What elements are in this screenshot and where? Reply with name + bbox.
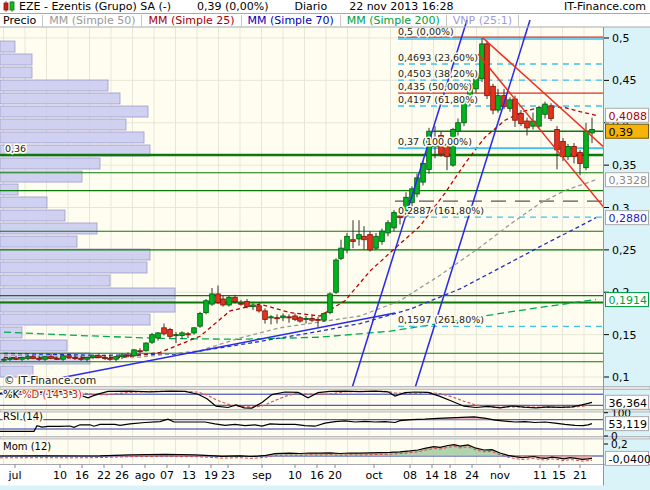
stochastic-value-marker: 36,364 (606, 395, 649, 410)
price-marker: 0,39 (606, 124, 649, 139)
date-label: 10 (53, 469, 67, 482)
charting-app-window: { "window": { "symbol": "EZE - Ezentis (… (0, 0, 650, 490)
candle (590, 130, 595, 133)
fib-label: 0,4197 (61,80%) (398, 94, 478, 105)
price-marker-text: 0,39 (609, 126, 634, 139)
panel-separator (0, 387, 650, 390)
candle (386, 223, 391, 233)
candle (304, 319, 309, 320)
chart-canvas[interactable]: 0,5 (0,00%)0,4693 (23,60%)0,4503 (38,20%… (0, 0, 650, 490)
candle (144, 343, 149, 351)
candle (334, 260, 339, 292)
candle (239, 303, 244, 304)
candle (328, 294, 333, 313)
candle (451, 130, 456, 166)
legend-item-mm-simple-50[interactable]: MM (Simple 50) (43, 15, 142, 27)
candle (210, 294, 215, 304)
candle (281, 316, 286, 318)
momentum-value-marker: -0,0400 (606, 451, 650, 466)
legend-item-mm-simple-200[interactable]: MM (Simple 200) (341, 15, 447, 27)
axis-tick-label: 0,1 (612, 371, 630, 384)
candle (85, 358, 90, 360)
volume-profile-bar (0, 262, 147, 273)
fib-label: 0,2887 (161,80%) (398, 205, 484, 216)
candle (14, 358, 19, 359)
date-label: 23 (221, 469, 235, 482)
axis-tick-label: 0,45 (612, 74, 637, 87)
price-marker: 0,1914 (606, 293, 649, 308)
volume-profile-bar (0, 249, 150, 260)
legend-item-mm-simple-25[interactable]: MM (Simple 25) (142, 15, 241, 27)
candle (180, 333, 185, 336)
date-label: 10 (288, 469, 302, 482)
volume-profile-bar (0, 223, 97, 234)
legend-item-precio[interactable]: Precio (0, 15, 43, 27)
candle (216, 294, 221, 302)
volume-profile-bar (0, 119, 126, 130)
legend-item-vnp-25-1[interactable]: VNP (25:1) (447, 15, 519, 27)
candle (174, 335, 179, 336)
momentum-axis-label: 0,2 (611, 438, 628, 450)
momentum-value-marker-text: -0,0400 (609, 453, 650, 466)
candle (398, 216, 403, 218)
candle (298, 318, 303, 321)
candle (31, 357, 36, 359)
price-marker-text: 0,2880 (609, 212, 648, 225)
volume-profile-bar (0, 236, 77, 247)
axis-tick-label: 0,5 (612, 32, 630, 45)
price-marker: 0,4088 (606, 108, 649, 123)
candle (456, 123, 461, 131)
candle (263, 311, 268, 319)
brand-link[interactable]: IT-Finance.com (564, 0, 646, 13)
candle (108, 358, 113, 359)
candlestick-icon (3, 1, 15, 12)
candle (192, 328, 197, 333)
legend-item-mm-simple-70[interactable]: MM (Simple 70) (242, 15, 341, 27)
date-label: 07 (160, 469, 174, 482)
stochastic-d-label: %D (14 3 3) (22, 389, 82, 400)
candle (566, 146, 571, 156)
date-label: ago (135, 469, 156, 482)
date-label: oct (365, 469, 383, 482)
candle (537, 107, 542, 126)
candle (561, 141, 566, 156)
candle (227, 297, 232, 305)
date-label: jul (7, 469, 21, 482)
indicator-legend: PrecioMM (Simple 50)MM (Simple 25)MM (Si… (0, 14, 604, 27)
rsi-value-marker-text: 53,119 (609, 418, 648, 431)
fib-label: 0,5 (0,00%) (398, 26, 454, 37)
candle (269, 317, 274, 318)
candle (91, 356, 96, 358)
candle (97, 356, 102, 358)
bottom-strip (0, 486, 604, 490)
volume-profile-bar (0, 275, 110, 286)
volume-profile-bar (0, 184, 18, 195)
date-label: sep (252, 469, 271, 482)
volume-profile-bar (0, 80, 108, 91)
volume-profile-bar (0, 67, 32, 78)
fib-label: 0,37 (100,00%) (398, 136, 472, 147)
candle (555, 130, 560, 150)
title-bar: EZE - Ezentis (Grupo) SA (-) 0,39 (0,00%… (0, 0, 650, 14)
rsi-label: RSI (14) (3, 411, 43, 422)
copyright-label: © IT-Finance.com (4, 374, 96, 386)
date-label: 20 (328, 469, 342, 482)
price-marker: 0,2880 (606, 211, 649, 226)
date-label: 14 (425, 469, 439, 482)
date-label: 22 (97, 469, 111, 482)
timeframe-label[interactable]: Diario (295, 0, 328, 13)
date-label: nov (490, 469, 511, 482)
candle (374, 236, 379, 248)
volume-profile-bar (0, 93, 120, 104)
price-marker: 0,3328 (606, 173, 649, 188)
date-label: 08 (403, 469, 417, 482)
axis-tick-label: 0,25 (612, 244, 637, 257)
candle (549, 106, 554, 119)
candle (150, 335, 155, 343)
volume-profile-bar (0, 210, 65, 221)
stochastic-label: %K (3, 389, 20, 400)
candle (519, 113, 524, 123)
candle (8, 358, 13, 359)
fib-label: 0,4503 (38,20%) (398, 68, 478, 79)
fib-label: 0,1597 (261,80%) (398, 314, 484, 325)
